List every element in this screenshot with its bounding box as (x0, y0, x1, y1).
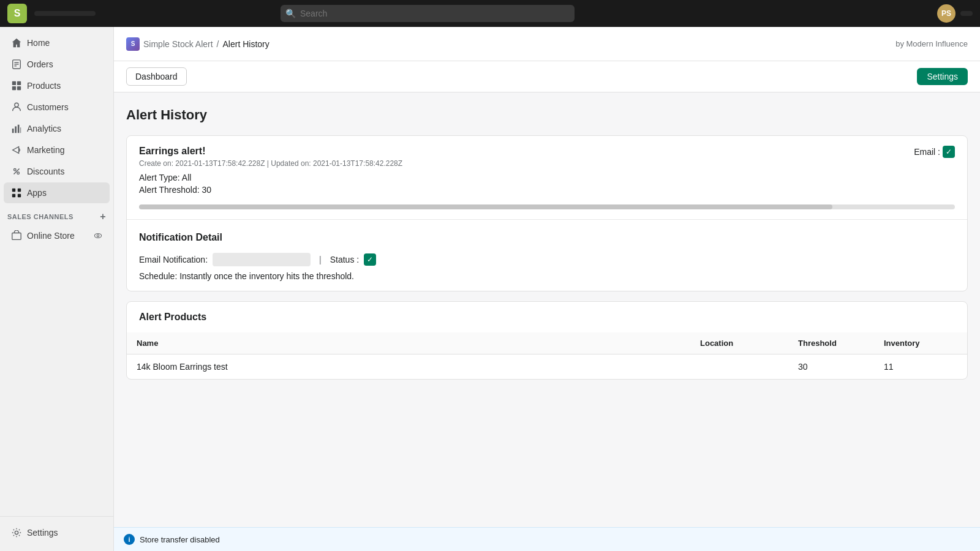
customers-icon (11, 102, 22, 113)
notification-detail-section: Notification Detail Email Notification: … (127, 219, 967, 291)
pipe-separator: | (319, 255, 322, 264)
alert-card-body: Earrings alert! Create on: 2021-01-13T17… (127, 136, 967, 219)
sidebar-item-discounts[interactable]: Discounts (4, 161, 110, 182)
sidebar-item-products[interactable]: Products (4, 75, 110, 96)
sidebar-nav: Home Orders Products Customers (0, 27, 113, 516)
email-input-mock (213, 253, 311, 266)
content-area: Alert History Earrings alert! Create on:… (114, 92, 980, 527)
store-selector[interactable] (34, 11, 96, 16)
svg-rect-18 (12, 194, 15, 197)
main-content: S Simple Stock Alert / Alert History by … (114, 27, 980, 551)
sidebar-item-label: Products (27, 81, 61, 91)
sidebar-item-analytics[interactable]: Analytics (4, 118, 110, 139)
svg-rect-17 (18, 189, 21, 192)
settings-icon (11, 527, 22, 538)
sidebar-item-marketing[interactable]: Marketing (4, 140, 110, 160)
settings-label: Settings (27, 528, 58, 538)
alert-type-label: Alert Type: (139, 173, 180, 182)
svg-rect-12 (20, 127, 21, 133)
progress-bar-container (139, 204, 955, 209)
schedule-label: Schedule: (139, 271, 177, 281)
avatar[interactable]: PS (937, 4, 956, 23)
settings-button[interactable]: Settings (917, 68, 968, 85)
svg-rect-16 (12, 189, 15, 192)
store-transfer-bar: i Store transfer disabled (114, 527, 980, 551)
product-name: 14k Bloom Earrings test (137, 362, 700, 372)
sidebar-item-label: Customers (27, 102, 69, 112)
products-icon (11, 80, 22, 91)
svg-rect-10 (15, 126, 17, 133)
toolbar: Dashboard Settings (114, 61, 980, 92)
alert-threshold-value: 30 (202, 185, 211, 195)
sidebar-item-customers[interactable]: Customers (4, 97, 110, 118)
sidebar-item-settings[interactable]: Settings (4, 522, 110, 543)
discounts-icon (11, 166, 22, 177)
products-section-title: Alert Products (139, 312, 955, 323)
product-inventory: 11 (884, 362, 957, 372)
alert-type-row: Alert Type: All (139, 173, 402, 182)
svg-rect-19 (18, 194, 21, 197)
sidebar-item-label: Home (27, 38, 50, 48)
schedule-row: Schedule: Instantly once the inventory h… (139, 271, 955, 281)
apps-icon (11, 187, 22, 198)
svg-rect-9 (12, 129, 14, 133)
svg-rect-5 (17, 81, 21, 85)
sidebar-item-label: Analytics (27, 124, 61, 133)
alert-meta: Create on: 2021-01-13T17:58:42.228Z | Up… (139, 159, 402, 168)
svg-rect-11 (18, 125, 20, 133)
sidebar-item-apps[interactable]: Apps (4, 182, 110, 203)
alert-info-section: Earrings alert! Create on: 2021-01-13T17… (139, 146, 402, 197)
schedule-value: Instantly once the inventory hits the th… (179, 271, 354, 281)
email-label: Email : (914, 147, 940, 157)
svg-point-13 (14, 169, 17, 171)
notification-section-title: Notification Detail (139, 232, 955, 243)
progress-bar-fill (139, 204, 832, 209)
col-inventory: Inventory (884, 339, 957, 348)
eye-icon[interactable] (94, 231, 102, 240)
topbar-menu-button[interactable] (960, 11, 973, 16)
sidebar-item-label: Discounts (27, 167, 64, 176)
svg-rect-6 (12, 86, 16, 90)
email-badge: Email : ✓ (914, 146, 955, 158)
svg-point-22 (97, 234, 99, 237)
topbar-right: PS (937, 4, 973, 23)
svg-rect-20 (12, 233, 21, 240)
product-threshold: 30 (798, 362, 884, 372)
analytics-icon (11, 123, 22, 134)
email-notification-label: Email Notification: (139, 255, 208, 264)
dashboard-button[interactable]: Dashboard (126, 67, 187, 86)
products-card-header: Alert Products (127, 302, 967, 323)
alert-threshold-row: Alert Threshold: 30 (139, 185, 402, 195)
sidebar-item-online-store[interactable]: Online Store (4, 225, 110, 246)
add-sales-channel-button[interactable]: + (100, 211, 106, 222)
table-row: 14k Bloom Earrings test 30 11 (127, 354, 967, 379)
svg-point-8 (15, 103, 18, 107)
page-by-text: by Modern Influence (895, 39, 968, 48)
marketing-icon (11, 144, 22, 156)
sidebar-item-orders[interactable]: Orders (4, 54, 110, 75)
svg-point-14 (17, 172, 20, 174)
alert-title: Earrings alert! (139, 146, 402, 157)
sales-channels-section: SALES CHANNELS + (0, 204, 113, 225)
search-input[interactable] (281, 5, 575, 22)
sidebar-item-label: Orders (27, 59, 53, 69)
orders-icon (11, 59, 22, 70)
shopify-logo: S (7, 4, 27, 23)
svg-rect-7 (17, 86, 21, 90)
page-header: S Simple Stock Alert / Alert History by … (114, 27, 980, 61)
sidebar-item-label: Marketing (27, 145, 64, 155)
sidebar-bottom: Settings (0, 516, 113, 551)
alert-type-value: All (182, 173, 192, 182)
svg-point-21 (94, 234, 101, 238)
col-location: Location (700, 339, 798, 348)
online-store-icon (11, 230, 22, 241)
info-icon: i (124, 534, 135, 545)
status-check-icon: ✓ (364, 253, 376, 266)
col-name: Name (137, 339, 700, 348)
sidebar-item-home[interactable]: Home (4, 32, 110, 53)
breadcrumb-separator: / (217, 39, 219, 49)
breadcrumb-app-link[interactable]: Simple Stock Alert (143, 39, 213, 49)
topbar: S 🔍 PS (0, 0, 980, 27)
alert-card: Earrings alert! Create on: 2021-01-13T17… (126, 135, 968, 291)
svg-rect-4 (12, 81, 16, 85)
